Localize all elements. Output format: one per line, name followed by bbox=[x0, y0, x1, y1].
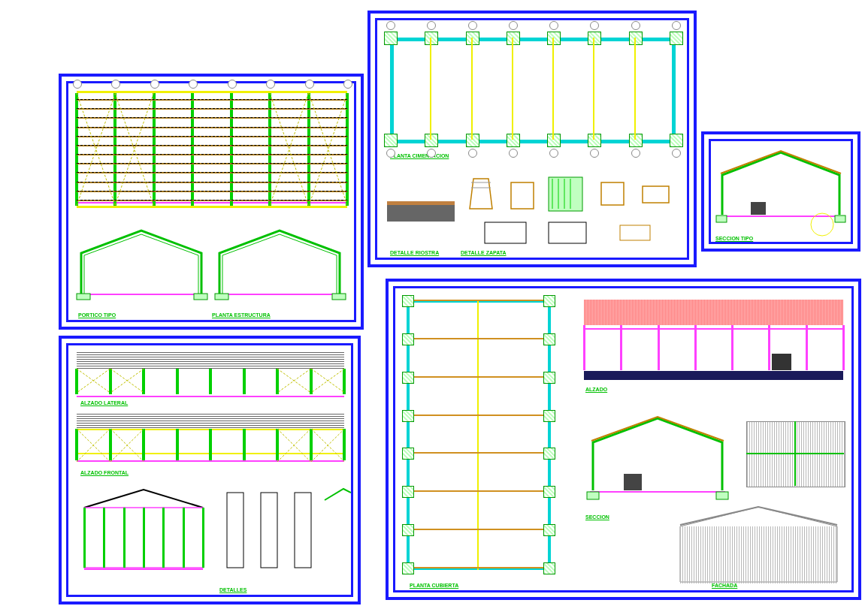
footing bbox=[547, 32, 561, 45]
footing bbox=[629, 134, 643, 147]
rafter bbox=[407, 567, 551, 568]
caption-p1a: PORTICO TIPO bbox=[78, 312, 116, 318]
column-line bbox=[512, 38, 513, 140]
svg-rect-18 bbox=[511, 182, 534, 209]
svg-line-3 bbox=[115, 93, 153, 206]
drawing-sheet: /*generated below via loop*/ PORTICO TIP… bbox=[0, 0, 868, 612]
footing bbox=[425, 134, 438, 147]
svg-line-6 bbox=[309, 93, 347, 206]
svg-rect-30 bbox=[716, 216, 727, 222]
svg-line-0 bbox=[77, 93, 115, 206]
portal-frame-1 bbox=[74, 223, 209, 302]
panel-section: SECCION TIPO bbox=[701, 131, 860, 252]
svg-rect-31 bbox=[835, 216, 845, 222]
rafter bbox=[407, 376, 551, 378]
svg-rect-32 bbox=[751, 202, 766, 215]
detail-views bbox=[219, 485, 351, 583]
column bbox=[209, 429, 212, 460]
svg-line-54 bbox=[311, 429, 345, 462]
column-line bbox=[430, 38, 431, 140]
rafter bbox=[407, 415, 551, 416]
svg-rect-9 bbox=[77, 294, 90, 300]
panel-roof-and-views: PLANTA CUBIERTA ALZADO SECCION FACHADA bbox=[386, 279, 861, 600]
grid-bubble bbox=[73, 80, 82, 89]
column bbox=[243, 429, 246, 460]
svg-line-52 bbox=[277, 429, 311, 462]
svg-rect-19 bbox=[549, 177, 582, 211]
panel-elevations: ALZADO LATERAL ALZADO FRONTAL DETALLES bbox=[59, 336, 361, 604]
svg-rect-57 bbox=[716, 492, 728, 499]
svg-rect-28 bbox=[620, 225, 650, 240]
brace-x bbox=[270, 93, 308, 206]
footing bbox=[588, 32, 601, 45]
caption-p2c: DETALLE RIOSTRA bbox=[390, 250, 439, 255]
rafter bbox=[407, 490, 551, 492]
caption-p1b: PLANTA ESTRUCTURA bbox=[212, 312, 271, 318]
caption-p3c: DETALLES bbox=[219, 587, 246, 592]
grid-bubble bbox=[150, 80, 159, 89]
caption-p2b: DETALLE ZAPATA bbox=[461, 250, 507, 255]
column-line bbox=[552, 38, 554, 140]
footing bbox=[670, 32, 683, 45]
panel-foundation: PLANTA CIMENTACION DETALLE ZAPATA DETALL… bbox=[367, 11, 697, 267]
grid-bubble bbox=[305, 80, 314, 89]
footing bbox=[507, 134, 520, 147]
footing bbox=[507, 32, 520, 45]
section-frame bbox=[713, 143, 848, 237]
svg-rect-25 bbox=[643, 186, 669, 203]
svg-line-50 bbox=[110, 429, 144, 462]
svg-rect-27 bbox=[549, 222, 586, 243]
column bbox=[243, 369, 246, 394]
rafter bbox=[407, 300, 551, 301]
svg-rect-56 bbox=[587, 492, 599, 499]
caption-p4c: SECCION bbox=[585, 514, 609, 520]
brace-x bbox=[77, 93, 115, 206]
column bbox=[230, 93, 233, 206]
rafter bbox=[407, 452, 551, 454]
rafter bbox=[407, 529, 551, 530]
cross-section bbox=[582, 408, 733, 513]
svg-rect-10 bbox=[194, 294, 207, 300]
caption-p4d: FACHADA bbox=[712, 583, 737, 588]
caption-p5: SECCION TIPO bbox=[715, 236, 753, 241]
brace-x bbox=[309, 93, 347, 206]
svg-rect-37 bbox=[261, 493, 277, 568]
svg-rect-24 bbox=[601, 182, 624, 205]
svg-rect-26 bbox=[485, 222, 526, 243]
grid-bubble bbox=[343, 80, 352, 89]
svg-line-5 bbox=[270, 93, 308, 206]
rafter bbox=[407, 338, 551, 339]
svg-rect-12 bbox=[215, 294, 228, 300]
footing bbox=[629, 32, 643, 45]
caption-p3a: ALZADO LATERAL bbox=[80, 400, 128, 405]
footing bbox=[670, 134, 683, 147]
column bbox=[191, 93, 194, 206]
portal-frame-2 bbox=[212, 223, 347, 302]
svg-rect-58 bbox=[624, 474, 642, 490]
column-line bbox=[634, 38, 636, 140]
svg-line-1 bbox=[77, 93, 115, 206]
svg-line-2 bbox=[115, 93, 153, 206]
footing bbox=[384, 32, 398, 45]
svg-rect-14 bbox=[387, 205, 455, 222]
brace-x bbox=[115, 93, 153, 206]
footing bbox=[425, 32, 438, 45]
panel-structure-plan: /*generated below via loop*/ PORTICO TIP… bbox=[59, 74, 364, 330]
svg-rect-13 bbox=[332, 294, 346, 300]
svg-rect-15 bbox=[387, 201, 455, 205]
svg-line-4 bbox=[270, 93, 308, 206]
svg-line-48 bbox=[77, 429, 110, 462]
svg-rect-38 bbox=[295, 493, 311, 568]
column bbox=[176, 429, 179, 460]
column bbox=[209, 369, 212, 394]
column bbox=[176, 369, 179, 394]
footing bbox=[588, 134, 601, 147]
caption-p4a: PLANTA CUBIERTA bbox=[410, 583, 458, 588]
footing bbox=[384, 134, 398, 147]
caption-p4b: ALZADO bbox=[585, 387, 607, 392]
caption-p3b: ALZADO FRONTAL bbox=[80, 470, 129, 475]
foundation-details bbox=[387, 164, 680, 246]
column-line bbox=[593, 38, 594, 140]
caption-p2a: PLANTA CIMENTACION bbox=[390, 153, 449, 158]
footing bbox=[466, 32, 479, 45]
